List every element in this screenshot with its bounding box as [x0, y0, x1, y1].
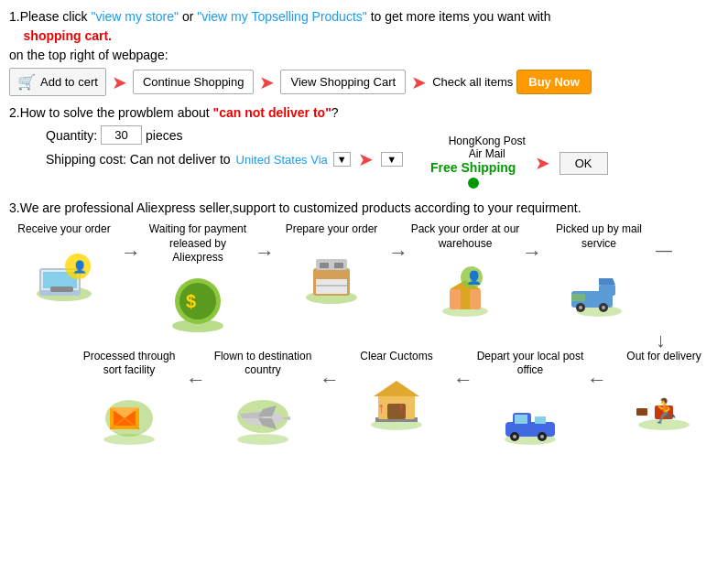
svg-text:👤: 👤 — [72, 259, 88, 275]
quantity-label: Quantity: — [46, 128, 97, 143]
step-pack-order: Pack your order at our warehouse 👤 — [410, 222, 520, 319]
arrow5: ➤ — [535, 152, 550, 174]
section3-title: 3.We are professional Aliexpress seller,… — [9, 200, 719, 215]
intro-end: to get more items you want with — [367, 9, 551, 24]
step-icon-prepare — [299, 241, 364, 305]
section2-title: 2.How to solve the prowblem about "can n… — [9, 105, 719, 120]
button-row: 🛒 Add to cert ➤ Continue Shopping ➤ View… — [9, 68, 719, 96]
section1: 1.Please click "view my store" or "view … — [9, 7, 719, 96]
process-row2: Out for delivery 🏃 ← Depart your local p… — [9, 350, 719, 446]
svg-rect-21 — [461, 289, 470, 309]
svg-point-44 — [540, 435, 544, 438]
svg-rect-26 — [599, 285, 615, 296]
step-depart-post: Depart your local post office — [475, 350, 585, 446]
topselling-link[interactable]: "view my Topselling Products" — [197, 9, 367, 24]
step-label-receive: Receive your order — [17, 222, 110, 237]
arrow3: ➤ — [411, 71, 427, 93]
step-icon-pack: 👤 — [433, 254, 497, 319]
svg-rect-40 — [535, 416, 546, 424]
arrow2: ➤ — [259, 71, 275, 93]
step-prepare-order: Prepare your order — [277, 222, 386, 305]
arrow-r2-1: ← — [587, 350, 607, 392]
continue-shopping-button[interactable]: Continue Shopping — [133, 70, 255, 94]
svg-marker-49 — [374, 381, 419, 396]
step-label-waiting: Waiting for payment released by Aliexpre… — [143, 222, 253, 265]
arrow1: ➤ — [112, 71, 127, 93]
section2: 2.How to solve the prowblem about "can n… — [9, 105, 719, 191]
arrow-r1-1: → — [121, 222, 141, 265]
arrow-r1-3: → — [388, 222, 408, 265]
step-label-out: Out for delivery — [626, 350, 701, 364]
intro-start: 1.Please click — [9, 9, 91, 24]
step-out-for-delivery: Out for delivery 🏃 — [609, 350, 719, 432]
step-icon-customs: ↑ ↑ — [364, 367, 429, 431]
quantity-input[interactable] — [101, 125, 142, 145]
arrow-r2-3: ← — [320, 350, 340, 392]
hk-post-line2: Air Mail — [449, 147, 526, 160]
arrow-r2-4: ← — [186, 350, 206, 392]
svg-marker-27 — [599, 278, 615, 285]
step-icon-waiting: $ — [166, 269, 230, 333]
svg-point-53 — [237, 434, 288, 445]
shipping-label: Shipping cost: Can not deliver to — [46, 152, 231, 167]
step-sort-facility: Processed through sort facility — [74, 350, 184, 446]
svg-point-42 — [513, 435, 516, 438]
step-label-pickedup: Picked up by mail service — [544, 222, 654, 251]
step-label-depart: Depart your local post office — [475, 350, 585, 378]
radio-indicator — [421, 177, 526, 191]
svg-rect-32 — [571, 294, 585, 301]
step-label-flown: Flown to destination country — [208, 350, 318, 378]
view-cart-button[interactable]: View Shopping Cart — [280, 70, 406, 94]
step-clear-customs: Clear Cuctoms ↑ ↑ — [342, 350, 451, 432]
step-icon-sort — [97, 382, 161, 446]
pieces-label: pieces — [146, 128, 182, 143]
svg-text:↑: ↑ — [377, 400, 385, 416]
free-shipping-text: Free Shipping — [421, 160, 526, 175]
step-picked-up: Picked up by mail service — [544, 222, 654, 319]
svg-point-31 — [602, 306, 605, 309]
shopping-cart-text: shopping cart. — [24, 28, 112, 43]
arrow-r2-2: ← — [453, 350, 473, 392]
step-label-pack: Pack your order at our warehouse — [410, 222, 520, 251]
svg-text:$: $ — [186, 291, 196, 311]
check-all-items-label: Check all items — [432, 75, 513, 89]
quantity-row: Quantity: pieces — [46, 125, 403, 145]
svg-rect-4 — [50, 286, 73, 292]
section3: 3.We are professional Aliexpress seller,… — [9, 200, 719, 446]
section1-intro: 1.Please click "view my store" or "view … — [9, 7, 719, 46]
step-icon-out: 🏃 — [632, 367, 696, 431]
svg-text:👤: 👤 — [466, 270, 483, 286]
svg-text:🏃: 🏃 — [650, 396, 680, 426]
svg-text:↑: ↑ — [397, 400, 405, 416]
step-icon-receive: 👤 — [32, 241, 96, 305]
step-icon-depart — [498, 382, 562, 446]
hk-post-line1: HongKong Post — [449, 135, 526, 147]
svg-rect-16 — [316, 279, 347, 294]
ok-button[interactable]: OK — [560, 152, 608, 175]
buy-now-button[interactable]: Buy Now — [516, 70, 592, 94]
svg-rect-45 — [515, 415, 527, 424]
top-right-label: on the top right of webpage: — [9, 48, 719, 62]
step-flown: Flown to destination country — [208, 350, 318, 446]
process-row1: Receive your order 👤 → Waiting for payme… — [9, 222, 719, 333]
step-icon-flown — [231, 382, 295, 446]
svg-rect-14 — [320, 263, 329, 268]
step-receive-order: Receive your order 👤 — [9, 222, 119, 305]
country-dropdown-indicator[interactable]: ▼ — [333, 152, 351, 167]
step-label-customs: Clear Cuctoms — [360, 350, 432, 364]
svg-point-9 — [179, 283, 216, 319]
radio-circle-icon — [468, 178, 479, 189]
add-to-cert-button[interactable]: 🛒 Add to cert — [9, 68, 106, 96]
dropdown-btn[interactable]: ▼ — [381, 152, 403, 167]
view-store-link[interactable]: "view my store" — [91, 9, 179, 24]
arrow-r1-2: → — [255, 222, 275, 265]
hk-post-block: HongKong Post Air Mail Free Shipping — [421, 135, 526, 191]
step-label-sort: Processed through sort facility — [74, 350, 184, 378]
step-label-prepare: Prepare your order — [286, 222, 378, 237]
intro-mid: or — [179, 9, 197, 24]
step-icon-pickedup — [567, 254, 631, 319]
svg-rect-36 — [636, 408, 647, 416]
shipping-row: Shipping cost: Can not deliver to United… — [9, 148, 403, 170]
cart-icon: 🛒 — [17, 73, 36, 91]
svg-point-29 — [579, 306, 582, 309]
